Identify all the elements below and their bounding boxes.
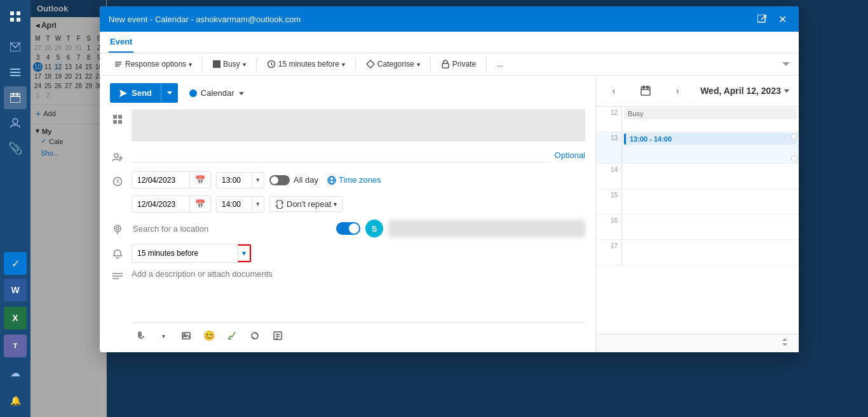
private-button[interactable]: Private [436, 57, 481, 71]
location-input[interactable] [132, 222, 331, 236]
repeat-chevron: ▾ [334, 201, 337, 208]
start-time-dropdown-btn[interactable]: ▾ [252, 173, 264, 187]
loop-btn[interactable] [246, 327, 264, 345]
attendees-area: Optional [132, 147, 585, 162]
right-panel-expand[interactable] [596, 334, 799, 352]
repeat-btn[interactable]: Don't repeat ▾ [269, 196, 342, 212]
hamburger-icon[interactable] [4, 61, 27, 84]
emoji-btn[interactable]: 😊 [200, 327, 218, 345]
popout-button[interactable] [754, 11, 770, 27]
today-day-btn[interactable] [637, 82, 654, 100]
event-current-text: 13:00 - 14:00 [630, 135, 672, 143]
reminder-input[interactable]: 15 minutes before [132, 246, 238, 261]
start-date-picker-btn[interactable]: 📅 [189, 172, 210, 188]
hour-slot-12[interactable]: Busy [621, 107, 799, 131]
repeat-label: Don't repeat [287, 199, 331, 209]
attach-file-btn[interactable] [132, 327, 149, 345]
attach-icon[interactable]: 📎 [4, 137, 27, 160]
hour-label-14: 14 [596, 164, 621, 176]
end-time-field: 14:00 ▾ [216, 196, 264, 213]
dot-indicator-bottom [791, 156, 797, 162]
hour-label-17: 17 [596, 240, 621, 252]
end-date-input[interactable]: 12/04/2023 [132, 197, 189, 212]
excel-icon[interactable]: X [4, 307, 27, 329]
svg-rect-6 [10, 72, 20, 73]
svg-line-14 [761, 15, 766, 20]
description-row: ▾ 😊 [110, 269, 585, 345]
svg-rect-18 [213, 60, 220, 68]
modal-toolbar: Response options ▾ Busy ▾ [100, 53, 799, 76]
title-row [110, 109, 585, 141]
clock-icon [110, 174, 125, 189]
allday-toggle[interactable]: All day [269, 175, 318, 185]
teams-knob [349, 223, 359, 234]
apps-icon[interactable] [4, 5, 27, 28]
timezone-btn[interactable]: Time zones [323, 173, 385, 187]
sidebar: 📎 ✓ W X T ☁ 🔔 [0, 0, 31, 417]
toolbar-divider-5 [486, 58, 487, 70]
svg-rect-11 [17, 93, 18, 96]
categorise-button[interactable]: Categorise ▾ [361, 57, 425, 71]
start-datetime: 12/04/2023 📅 13:00 ▾ A [132, 171, 385, 189]
end-time-dropdown-btn[interactable]: ▾ [252, 197, 264, 211]
calendar-selector[interactable]: Calendar [184, 86, 250, 100]
allday-switch[interactable] [269, 175, 290, 185]
toolbar-divider-2 [256, 58, 257, 70]
signature-btn[interactable] [223, 327, 241, 345]
hour-slot-16[interactable] [621, 215, 799, 239]
more-options-button[interactable]: ... [492, 57, 508, 71]
start-time-input[interactable]: 13:00 [217, 173, 252, 188]
hour-slot-17[interactable] [621, 240, 799, 265]
busy-button[interactable]: Busy ▾ [208, 57, 251, 71]
reminder-dropdown-btn[interactable]: ▾ [238, 244, 251, 262]
prev-day-btn[interactable]: ‹ [605, 82, 623, 100]
word-icon[interactable]: W [4, 279, 27, 301]
skype-icon[interactable]: S [365, 220, 383, 237]
mail-icon[interactable] [4, 36, 27, 58]
insert-image-btn[interactable] [177, 327, 195, 345]
title-input[interactable] [132, 109, 585, 141]
start-date-input[interactable]: 12/04/2023 [132, 173, 189, 188]
categorise-label: Categorise [377, 60, 414, 69]
svg-rect-8 [10, 94, 20, 103]
notification-icon[interactable]: 🔔 [4, 389, 27, 412]
send-area: Send Calendar [110, 83, 585, 103]
private-label: Private [452, 60, 476, 69]
right-date-title[interactable]: Wed, April 12, 2023 [700, 86, 790, 96]
response-options-button[interactable]: Response options ▾ [109, 57, 197, 71]
attendees-input[interactable] [132, 147, 550, 162]
hour-slot-15[interactable] [621, 189, 799, 214]
reminder-toolbar-button[interactable]: 15 minutes before ▾ [262, 57, 350, 71]
calendar-sidebar-icon[interactable] [4, 86, 27, 109]
tab-event[interactable]: Event [109, 32, 133, 53]
forms-btn[interactable] [269, 327, 287, 345]
day-view: 12 Busy 13 13:0 [596, 107, 799, 334]
people-icon[interactable] [4, 112, 27, 135]
location-row-inner: S [132, 220, 585, 237]
send-main[interactable]: Send [110, 83, 161, 103]
title-input-area [132, 109, 585, 141]
hour-row-13: 13 13:00 - 14:00 [596, 132, 799, 164]
end-time-input[interactable]: 14:00 [217, 197, 252, 212]
teams-toggle[interactable] [336, 222, 360, 235]
svg-rect-22 [113, 115, 117, 119]
svg-rect-0 [10, 11, 14, 15]
hour-slot-13[interactable]: 13:00 - 14:00 [621, 132, 799, 163]
close-button[interactable]: ✕ [775, 11, 790, 27]
onedrive-icon[interactable]: ☁ [4, 361, 27, 384]
event-busy: Busy [624, 108, 797, 119]
hour-slot-14[interactable] [621, 164, 799, 189]
optional-link[interactable]: Optional [555, 150, 585, 160]
send-button[interactable]: Send [110, 83, 178, 103]
todo-icon[interactable]: ✓ [4, 252, 27, 275]
modal-controls: ✕ [754, 11, 790, 27]
description-textarea[interactable] [132, 269, 585, 320]
attach-dropdown-btn[interactable]: ▾ [154, 327, 172, 345]
next-day-btn[interactable]: › [668, 82, 686, 100]
end-date-picker-btn[interactable]: 📅 [189, 196, 210, 212]
reminder-toolbar-label: 15 minutes before [278, 60, 339, 69]
teams-icon[interactable]: T [4, 334, 27, 357]
send-dropdown-btn[interactable] [161, 83, 178, 103]
toolbar-expand-btn[interactable] [782, 58, 790, 70]
blurred-field [388, 220, 585, 237]
